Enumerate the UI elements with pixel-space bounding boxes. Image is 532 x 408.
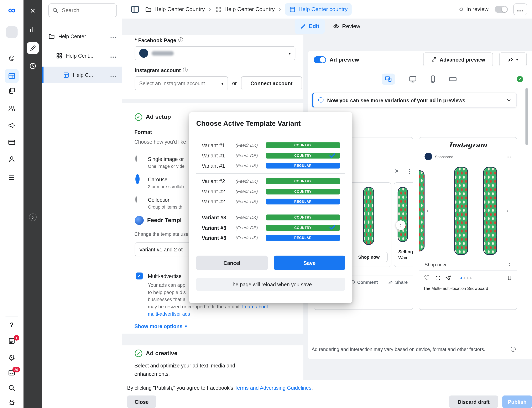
facebook-page-select[interactable]: ▾ xyxy=(135,46,295,60)
cancel-button[interactable]: Cancel xyxy=(196,255,268,270)
terms-link[interactable]: Terms and Advertising Guidelines xyxy=(235,385,311,391)
selected-check-icon xyxy=(329,152,336,159)
breadcrumb-ad-current[interactable]: Help Center country xyxy=(285,3,352,16)
all-tools-menu-icon[interactable]: ☰ xyxy=(0,173,24,183)
cancel-label: Cancel xyxy=(223,260,240,266)
more-menu-icon[interactable]: … xyxy=(110,34,117,38)
carousel-next-button[interactable]: › xyxy=(396,221,406,230)
collapse-sidebar-button[interactable] xyxy=(129,4,141,15)
info-icon[interactable]: ⓘ xyxy=(511,346,516,353)
radio-collection[interactable] xyxy=(135,196,137,203)
ig-comment-icon[interactable] xyxy=(435,275,441,283)
bug-report-icon[interactable] xyxy=(0,399,24,406)
variant-row[interactable]: Variant #3 (Feedr DE) COUNTRY xyxy=(202,223,340,233)
ad-caption: The Multi-multi-location Snowboard xyxy=(423,286,488,291)
rail-search-icon[interactable] xyxy=(0,384,24,392)
more-menu-icon[interactable]: … xyxy=(110,54,117,57)
meta-logo-icon[interactable]: ∞ xyxy=(0,4,24,16)
carousel-item-1[interactable]: Shop now xyxy=(346,182,391,267)
placement-all-devices-active[interactable] xyxy=(382,74,395,85)
variant-row[interactable]: Variant #2 (Feedr US) REGULAR xyxy=(202,196,340,207)
ads-manager-nav-active[interactable] xyxy=(0,69,24,83)
save-button[interactable]: Save xyxy=(274,255,345,270)
publish-button-disabled[interactable]: Publish xyxy=(502,396,532,408)
tab-edit[interactable]: Edit xyxy=(295,19,325,34)
more-menu-icon[interactable]: … xyxy=(506,153,512,159)
account-avatar-placeholder[interactable] xyxy=(0,26,24,38)
tab-review[interactable]: Review xyxy=(327,19,366,34)
pages-nav-icon[interactable] xyxy=(0,87,24,95)
variant-row[interactable]: Variant #1 (Feedr DK) COUNTRY xyxy=(202,140,340,150)
learn-about-link[interactable]: Learn about xyxy=(242,304,268,310)
connect-account-button[interactable]: Connect account xyxy=(241,76,302,90)
instagram-account-select[interactable]: Select an Instagram account ▾ xyxy=(135,76,228,90)
tree-item-label: Help C... xyxy=(73,72,110,78)
breadcrumb-adset[interactable]: Help Center Country xyxy=(215,6,275,13)
info-icon[interactable]: ⓘ xyxy=(183,67,188,73)
edit-tool-active[interactable] xyxy=(24,42,42,54)
tree-item-adset[interactable]: Help Cent... … xyxy=(42,47,122,64)
variant-row[interactable]: Variant #3 (Feedr US) REGULAR xyxy=(202,233,340,243)
close-panel-icon[interactable]: ✕ xyxy=(24,6,42,15)
variant-source: (Feedr DE) xyxy=(236,153,266,158)
help-icon[interactable]: ? xyxy=(0,321,24,329)
chevron-right-icon[interactable]: › xyxy=(509,261,511,267)
ig-shop-now-link[interactable]: Shop now xyxy=(424,262,446,267)
share-action[interactable]: Share xyxy=(388,280,408,285)
advanced-preview-button[interactable]: Advanced preview xyxy=(423,52,493,66)
terms-suffix: . xyxy=(311,385,313,391)
multi-advertiser-checkbox[interactable]: ✓ xyxy=(136,273,143,280)
comment-action[interactable]: Comment xyxy=(350,280,378,285)
variant-row[interactable]: Variant #2 (Feedr DK) COUNTRY xyxy=(202,176,340,186)
variant-row[interactable]: Variant #1 (Feedr US) REGULAR xyxy=(202,161,340,171)
caret-down-icon: ▾ xyxy=(289,51,291,56)
tree-item-ad-selected[interactable]: Help C... … xyxy=(42,67,122,83)
shop-now-button[interactable]: Shop now xyxy=(350,252,387,262)
search-input[interactable] xyxy=(61,7,111,14)
history-clock-icon[interactable] xyxy=(24,62,42,70)
breadcrumb-campaign[interactable]: Help Center Country xyxy=(145,6,205,13)
ig-send-icon[interactable] xyxy=(445,275,451,283)
variant-row[interactable]: Variant #1 (Feedr DE) COUNTRY xyxy=(202,150,340,161)
chevron-down-icon[interactable] xyxy=(506,97,512,103)
radio-single-image[interactable] xyxy=(135,156,137,162)
carousel-next-icon[interactable]: › xyxy=(506,207,508,215)
variant-row[interactable]: Variant #2 (Feedr DE) COUNTRY xyxy=(202,186,340,196)
settings-gear-icon[interactable]: ⚙ xyxy=(0,353,24,363)
business-settings-nav-icon[interactable] xyxy=(0,155,24,163)
multi-advertiser-ads-link[interactable]: multi-advertiser ads xyxy=(148,311,190,317)
placement-banner[interactable] xyxy=(449,75,457,85)
placement-mobile[interactable] xyxy=(429,75,437,85)
discard-draft-button[interactable]: Discard draft xyxy=(449,396,498,408)
ad-creative-section: ✓ Ad creative Select and optimize your a… xyxy=(122,345,303,380)
more-vertical-icon[interactable]: ⋮ xyxy=(407,168,412,175)
close-button[interactable]: Close xyxy=(127,396,156,408)
audiences-nav-icon[interactable] xyxy=(0,104,24,112)
smiley-nav-icon[interactable]: ☺ xyxy=(0,52,24,63)
preview-scrollbar-thumb[interactable] xyxy=(525,88,528,145)
bookmark-icon[interactable] xyxy=(507,275,513,282)
expand-panel-button[interactable]: › xyxy=(29,213,37,221)
ad-preview-toggle[interactable] xyxy=(314,56,326,63)
billing-nav-icon[interactable] xyxy=(0,138,24,146)
status-toggle[interactable] xyxy=(495,6,508,13)
reports-chart-icon[interactable] xyxy=(24,26,42,33)
like-heart-icon[interactable]: ♡ xyxy=(424,274,430,282)
tree-item-campaign[interactable]: Help Center ... … xyxy=(42,28,122,45)
variant-row[interactable]: Variant #3 (Feedr DK) COUNTRY xyxy=(202,212,340,223)
notifications-icon[interactable] xyxy=(0,337,24,345)
info-icon[interactable]: ⓘ xyxy=(178,37,183,43)
gear-glyph: ⚙ xyxy=(8,353,15,362)
show-more-options-link[interactable]: Show more options ▾ xyxy=(134,323,187,329)
close-ad-icon[interactable]: ✕ xyxy=(395,168,399,174)
snowboard-graphic xyxy=(363,187,374,245)
share-preview-button[interactable]: ▾ xyxy=(499,52,527,66)
ad-creative-title: Ad creative xyxy=(146,350,177,357)
promotions-nav-icon[interactable] xyxy=(0,122,24,129)
carousel-prev-icon[interactable]: ‹ xyxy=(427,207,429,215)
placement-desktop[interactable] xyxy=(409,75,417,85)
more-menu-icon[interactable]: … xyxy=(110,73,117,77)
variations-banner[interactable]: ⓘ Now you can see more variations of you… xyxy=(312,93,517,108)
radio-carousel[interactable] xyxy=(135,176,139,182)
topbar-more-button[interactable]: … xyxy=(513,4,527,15)
